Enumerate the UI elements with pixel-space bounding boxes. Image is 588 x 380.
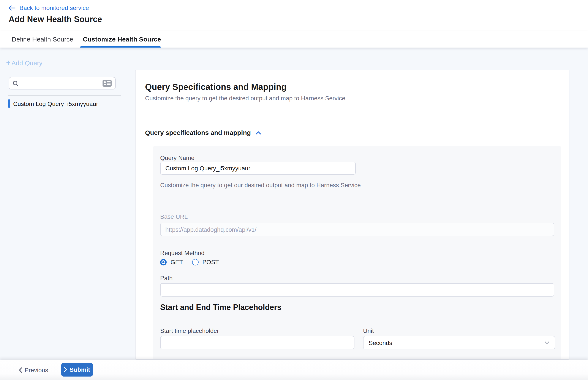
query-item-label: Custom Log Query_i5xmyyuaur [13,100,98,107]
plus-icon: + [6,60,11,66]
request-method-label: Request Method [160,249,204,256]
active-tab-underline [80,46,161,48]
add-query-label: Add Query [11,59,42,67]
base-url-label: Base URL [160,213,188,220]
search-input[interactable] [21,80,100,86]
unit-label: Unit [363,327,374,334]
section-title: Query specifications and mapping [145,129,251,136]
back-to-monitored-service-link[interactable]: Back to monitored service [9,3,89,12]
page-header: Back to monitored service Add New Health… [0,0,588,31]
submit-button[interactable]: Submit [61,363,93,377]
path-label: Path [160,275,173,282]
query-name-label: Query Name [160,154,194,161]
query-name-input[interactable] [160,162,356,175]
back-link-label: Back to monitored service [19,4,89,11]
form-divider [160,324,554,324]
panel-header-divider [136,110,569,110]
chevron-up-icon[interactable] [256,130,261,135]
start-time-input[interactable] [160,336,354,349]
placeholders-heading: Start and End Time Placeholders [160,303,281,312]
panel-title: Query Specifications and Mapping [145,82,287,92]
chevron-left-icon [19,367,22,372]
tab-define-health-source[interactable]: Define Health Source [12,31,73,48]
radio-get-label[interactable]: GET [171,259,183,266]
add-health-source-page: Back to monitored service Add New Health… [0,0,588,380]
query-list-item[interactable]: Custom Log Query_i5xmyyuaur [8,99,98,108]
sidebar-divider [8,95,121,96]
tab-bar: Define Health Source Customize Health So… [0,31,588,48]
panel-subtitle: Customize the query to get the desired o… [145,95,347,102]
radio-post[interactable] [192,259,199,265]
search-icon [13,80,18,86]
collapsible-section-header: Query specifications and mapping [145,129,261,136]
wizard-footer: Previous Submit [0,360,588,380]
page-title: Add New Health Source [9,15,102,24]
submit-button-label: Submit [70,366,90,373]
arrow-left-icon [9,5,16,11]
unit-select-value: Seconds [369,339,544,346]
unit-select[interactable]: Seconds [363,336,555,349]
chevron-down-icon [544,341,550,344]
id-card-icon[interactable] [102,79,112,87]
request-method-radio-group: GET POST [160,259,228,266]
selected-indicator-bar [8,99,10,108]
chevron-right-icon [64,367,67,372]
query-form-card: Query Name Customize the query to get ou… [153,146,561,359]
path-input[interactable] [160,283,554,297]
add-query-button[interactable]: + Add Query [6,59,42,67]
radio-get[interactable] [160,259,167,265]
tab-customize-health-source[interactable]: Customize Health Source [83,31,161,48]
base-url-input[interactable] [160,223,554,236]
previous-button[interactable]: Previous [19,360,48,380]
start-time-label: Start time placeholder [160,327,219,334]
query-specifications-panel: Query Specifications and Mapping Customi… [135,70,570,360]
radio-post-label[interactable]: POST [203,259,219,266]
form-divider [160,197,554,197]
query-search-box [9,77,116,90]
previous-button-label: Previous [25,366,48,373]
query-name-helper-text: Customize the query to get our desired o… [160,182,361,189]
